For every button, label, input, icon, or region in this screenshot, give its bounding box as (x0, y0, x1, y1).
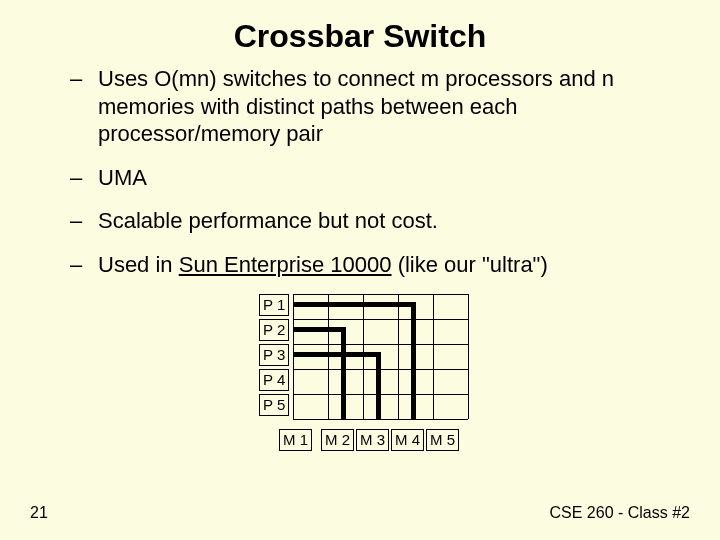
processor-label: P 4 (259, 369, 289, 391)
page-number: 21 (30, 504, 48, 522)
slide-title: Crossbar Switch (0, 0, 720, 65)
memory-label: M 5 (426, 429, 459, 451)
bullet-text: UMA (98, 164, 660, 192)
memory-label: M 2 (321, 429, 354, 451)
bullet-dash: – (70, 251, 98, 279)
bullet-item: – Uses O(mn) switches to connect m proce… (70, 65, 660, 148)
course-label: CSE 260 - Class #2 (549, 504, 690, 522)
crossbar-diagram: P 1 P 2 P 3 P 4 P 5 M 1 M 2 M 3 M 4 M 5 (235, 294, 485, 474)
processor-label: P 1 (259, 294, 289, 316)
processor-label: P 2 (259, 319, 289, 341)
processor-label: P 5 (259, 394, 289, 416)
bullet-text: Scalable performance but not cost. (98, 207, 660, 235)
bullet-dash: – (70, 65, 98, 148)
bullet-text: Used in Sun Enterprise 10000 (like our "… (98, 251, 660, 279)
processor-label: P 3 (259, 344, 289, 366)
bullet-item: – Scalable performance but not cost. (70, 207, 660, 235)
bullet-dash: – (70, 164, 98, 192)
grid (293, 294, 468, 419)
bullet-item: – Used in Sun Enterprise 10000 (like our… (70, 251, 660, 279)
bullet-item: – UMA (70, 164, 660, 192)
bullet-text: Uses O(mn) switches to connect m process… (98, 65, 660, 148)
memory-label: M 1 (279, 429, 312, 451)
bullet-dash: – (70, 207, 98, 235)
memory-label: M 4 (391, 429, 424, 451)
memory-label: M 3 (356, 429, 389, 451)
bullet-list: – Uses O(mn) switches to connect m proce… (0, 65, 720, 278)
